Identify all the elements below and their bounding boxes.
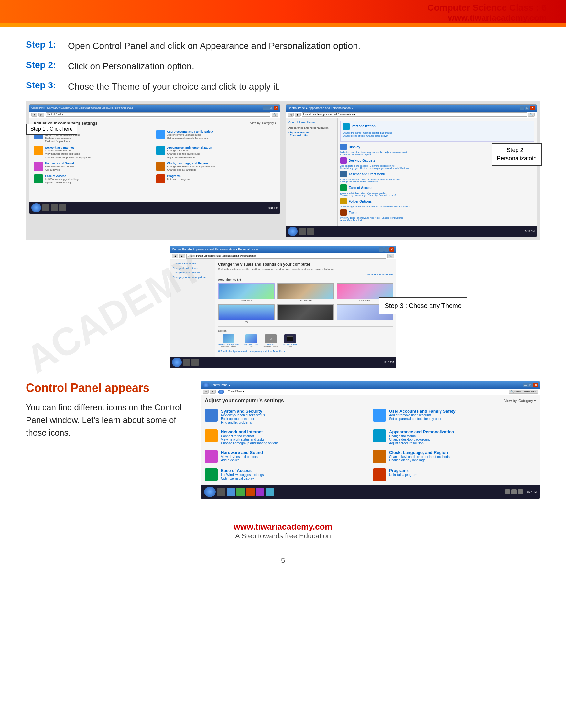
- pers-back-btn[interactable]: ◄: [172, 254, 178, 258]
- ap-change-theme[interactable]: Change the theme: [342, 132, 361, 134]
- pers-troubleshoot[interactable]: ⚙ Troubleshoot problems with transparenc…: [218, 350, 393, 353]
- large-start-btn[interactable]: [204, 487, 216, 497]
- pers-mouse-pointers[interactable]: Change mouse pointers: [173, 271, 213, 274]
- pers-home-link[interactable]: Control Panel Home: [173, 262, 213, 265]
- ap-taskbar-icon-2[interactable]: [307, 228, 314, 235]
- search-btn[interactable]: 🔍: [272, 113, 278, 117]
- large-clock-title[interactable]: Clock, Language, and Region: [389, 450, 449, 455]
- win-minimize-btn[interactable]: —: [263, 106, 268, 110]
- large-programs-title[interactable]: Programs: [389, 468, 417, 473]
- pers-desktop-bg[interactable]: Desktop Background Windows Default: [218, 334, 239, 347]
- ap-search-btn[interactable]: 🔍: [528, 113, 535, 117]
- pers-search-btn[interactable]: 🔍: [387, 254, 394, 258]
- ap-close-btn[interactable]: ✕: [530, 106, 535, 110]
- large-minimize-btn[interactable]: —: [523, 383, 527, 387]
- ap-ease-section: Ease of Access Accommodate low vision Us…: [340, 184, 534, 196]
- ap-forward-btn[interactable]: ►: [295, 113, 301, 117]
- large-win-controls: — □ ✕: [523, 383, 538, 387]
- large-taskbar-icon-2[interactable]: [227, 488, 235, 496]
- cp-addressbar: ◄ ► Control Panel ▸ 🔍: [29, 112, 280, 118]
- ap-change-bg[interactable]: Change desktop background: [363, 132, 392, 134]
- folder-icon: [340, 198, 347, 204]
- cp-network-title[interactable]: Network and Internet: [45, 146, 91, 149]
- large-taskbar-icon-4[interactable]: [246, 488, 255, 496]
- large-appearance-title[interactable]: Appearance and Personalization: [389, 429, 454, 434]
- large-user-title[interactable]: User Accounts and Family Safety: [389, 409, 455, 414]
- ap-change-sound[interactable]: Change sound effects: [342, 135, 364, 137]
- large-ease-title[interactable]: Ease of Access: [221, 468, 264, 473]
- desktop-bg-label: Desktop Background: [218, 343, 239, 346]
- large-taskbar-icon-1[interactable]: [217, 488, 226, 496]
- theme-sky[interactable]: Sky: [218, 304, 275, 323]
- ease-sm-icon: [340, 184, 347, 191]
- taskbar-icon-2[interactable]: [51, 204, 58, 211]
- ap-address-field[interactable]: Control Panel ▸ Appearance and Personali…: [302, 112, 527, 117]
- cp-appearance-title[interactable]: Appearance and Personalization: [167, 146, 212, 149]
- pers-desktop-icons[interactable]: Change desktop icons: [173, 267, 213, 270]
- large-taskbar-icon-5[interactable]: [256, 488, 264, 496]
- win-close-btn[interactable]: ✕: [274, 106, 278, 110]
- large-hardware-title[interactable]: Hardware and Sound: [221, 450, 263, 455]
- theme-arch[interactable]: Architecture: [277, 283, 334, 302]
- theme-sky-label: Sky: [218, 320, 275, 323]
- pers-account-pic[interactable]: Change your account picture: [173, 276, 213, 279]
- start-btn-1[interactable]: [31, 203, 41, 212]
- large-system-title[interactable]: System and Security: [221, 409, 265, 414]
- forward-btn[interactable]: ►: [39, 113, 44, 117]
- ap-minimize-btn[interactable]: —: [520, 106, 524, 110]
- theme-arch-label: Architecture: [277, 299, 334, 302]
- start-btn-3[interactable]: [172, 358, 182, 367]
- pers-minimize-btn[interactable]: —: [379, 247, 383, 252]
- theme-win7[interactable]: Windows 7: [218, 283, 275, 302]
- large-address-field[interactable]: Control Panel ▸: [227, 390, 507, 394]
- large-close-btn[interactable]: ✕: [533, 383, 538, 387]
- taskbar-icon-3[interactable]: [59, 204, 66, 211]
- ap-maximize-btn[interactable]: □: [525, 106, 529, 110]
- cp-user-title[interactable]: User Accounts and Family Safety: [167, 130, 213, 133]
- theme-dark[interactable]: [277, 304, 334, 323]
- start-btn-2[interactable]: [288, 227, 297, 236]
- large-network-title[interactable]: Network and Internet: [221, 429, 279, 434]
- pers-maximize-btn[interactable]: □: [384, 247, 389, 252]
- taskbar-icon-1[interactable]: [42, 204, 50, 211]
- ap-pers-link[interactable]: • Appearance and Personalization: [288, 131, 335, 137]
- aero-themes-label: Aero Themes (7): [218, 278, 393, 281]
- tray-icon-2: [511, 489, 516, 494]
- pers-taskbar-icon-2[interactable]: [192, 359, 199, 366]
- pers-sounds[interactable]: ♪ Sounds Windows Default: [264, 334, 278, 347]
- pers-taskbar-icon-1[interactable]: [183, 359, 190, 366]
- ap-taskbar-icon-1[interactable]: [299, 228, 306, 235]
- sounds-sub: Windows Default: [264, 346, 278, 347]
- step2-text: Click on Personalization option.: [68, 60, 194, 72]
- pers-close-btn[interactable]: ✕: [389, 247, 394, 252]
- get-more-themes[interactable]: Get more themes online: [366, 273, 393, 276]
- cp-titlebar-text: Control Panel - [C:\WINDOWS\system32\Boo…: [31, 107, 263, 109]
- large-maximize-btn[interactable]: □: [528, 383, 533, 387]
- ap-back-btn[interactable]: ◄: [288, 113, 294, 117]
- cp-user-text: User Accounts and Family Safety Add or r…: [167, 130, 213, 140]
- cp-programs-title[interactable]: Programs: [167, 174, 190, 178]
- large-hardware-subs: View devices and printersAdd a device: [221, 455, 263, 462]
- pers-screen-saver[interactable]: Screen Saver None: [283, 334, 297, 347]
- large-forward-btn[interactable]: ►: [210, 390, 216, 394]
- win-maximize-btn[interactable]: □: [269, 106, 273, 110]
- cp-ease-title[interactable]: Ease of Access: [45, 174, 79, 178]
- back-btn[interactable]: ◄: [31, 113, 37, 117]
- pers-window-color[interactable]: Window Color Sky: [244, 334, 259, 347]
- cp-taskbar: 5:15 PM: [29, 202, 280, 214]
- cp-clock-title[interactable]: Clock, Language, and Region: [167, 162, 216, 165]
- pers-address-field[interactable]: Control Panel ▸ Appearance and Personali…: [186, 254, 386, 259]
- large-system-text: System and Security Review your computer…: [221, 409, 265, 424]
- pers-bottom: Section: Desktop Background Windows Defa…: [218, 326, 393, 353]
- address-field[interactable]: Control Panel ▸: [46, 112, 271, 117]
- ap-taskbar-clock: 5:15 PM: [525, 230, 535, 233]
- large-taskbar: 8:27 PM: [201, 485, 540, 499]
- large-search-btn[interactable]: 🔍 Search Control Panel: [509, 390, 538, 394]
- cp-hardware-title[interactable]: Hardware and Sound: [45, 162, 74, 165]
- large-taskbar-icon-6[interactable]: [266, 488, 274, 496]
- large-taskbar-icon-3[interactable]: [237, 488, 245, 496]
- ap-change-saver[interactable]: Change screen saver: [366, 135, 388, 137]
- pers-forward-btn[interactable]: ►: [179, 254, 185, 258]
- large-back-btn[interactable]: ◄: [203, 390, 209, 394]
- ap-home-link[interactable]: Control Panel Home: [288, 121, 335, 124]
